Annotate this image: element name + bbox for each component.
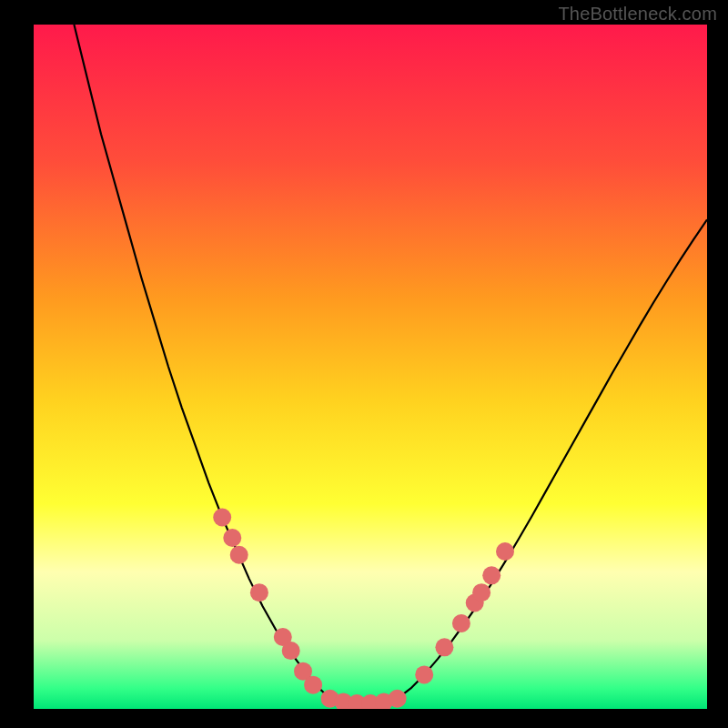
chart-svg (34, 25, 707, 709)
data-marker (389, 690, 407, 708)
data-marker (282, 642, 300, 660)
data-marker (415, 665, 433, 683)
data-marker (213, 508, 231, 526)
data-marker (435, 638, 453, 656)
gradient-background (34, 25, 707, 709)
data-marker (496, 542, 514, 561)
data-marker (482, 566, 500, 584)
data-marker (223, 529, 241, 547)
data-marker (230, 546, 248, 564)
watermark-text: TheBottleneck.com (558, 4, 717, 25)
data-marker (304, 676, 322, 694)
plot-area (34, 25, 707, 709)
data-marker (250, 583, 268, 602)
data-marker (452, 614, 470, 632)
data-marker (472, 583, 490, 602)
chart-frame: TheBottleneck.com (0, 0, 728, 728)
